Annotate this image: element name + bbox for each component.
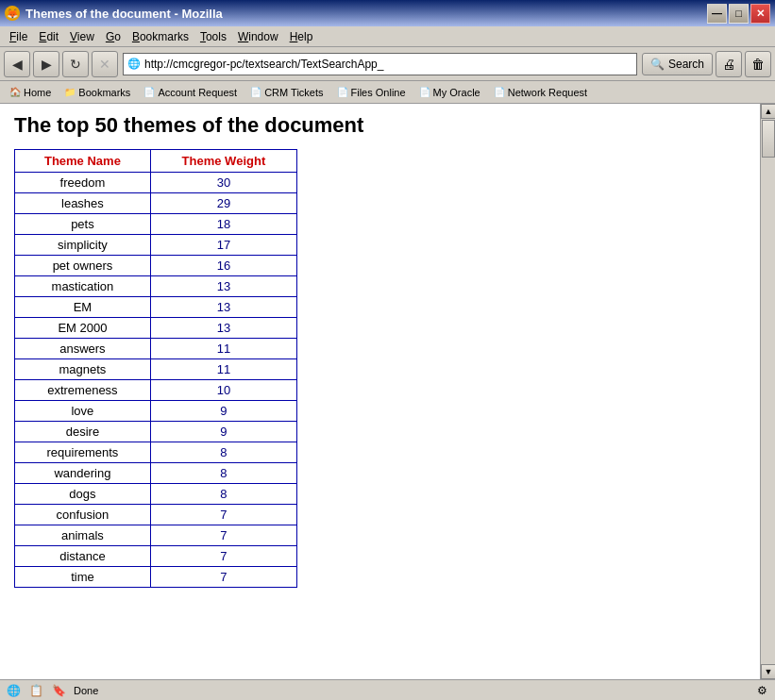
theme-name-cell: wandering xyxy=(15,463,151,484)
status-icon-3: 🔖 xyxy=(51,683,66,698)
navigation-bar: ◀ ▶ ↻ ✕ 🌐 http://cmcgregor-pc/textsearch… xyxy=(0,47,775,81)
theme-name-cell: freedom xyxy=(15,173,151,193)
status-text: Done xyxy=(74,685,747,696)
page-content: The top 50 themes of the document Theme … xyxy=(0,104,760,679)
menu-go[interactable]: Go xyxy=(100,28,126,45)
search-label: Search xyxy=(668,58,704,71)
bookmark-network-label: Network Request xyxy=(508,87,587,98)
crm-icon: 📄 xyxy=(250,87,261,97)
theme-name-cell: simplicity xyxy=(15,235,151,256)
menu-edit[interactable]: Edit xyxy=(33,28,64,45)
theme-weight-cell: 11 xyxy=(150,359,296,380)
table-row: magnets11 xyxy=(15,359,297,380)
scroll-up-button[interactable]: ▲ xyxy=(761,104,775,119)
theme-weight-cell: 9 xyxy=(150,422,296,442)
theme-name-cell: time xyxy=(15,567,151,588)
reload-button[interactable]: ↻ xyxy=(62,51,89,77)
theme-name-cell: magnets xyxy=(15,359,151,380)
forward-button[interactable]: ▶ xyxy=(33,51,59,77)
theme-weight-cell: 7 xyxy=(150,546,296,567)
bookmark-bookmarks[interactable]: 📁 Bookmarks xyxy=(59,86,136,99)
maximize-button[interactable]: □ xyxy=(729,4,749,24)
theme-name-cell: extremeness xyxy=(15,380,151,401)
theme-weight-cell: 9 xyxy=(150,401,296,422)
theme-name-cell: dogs xyxy=(15,484,151,505)
scroll-down-button[interactable]: ▼ xyxy=(761,664,775,679)
status-right: ⚙ xyxy=(754,683,769,698)
account-icon: 📄 xyxy=(143,87,155,97)
scroll-thumb[interactable] xyxy=(762,120,775,158)
theme-name-cell: pet owners xyxy=(15,256,151,276)
scroll-track[interactable] xyxy=(761,119,775,664)
theme-name-cell: distance xyxy=(15,546,151,567)
theme-weight-cell: 8 xyxy=(150,442,296,463)
window-title: Themes of the document - Mozilla xyxy=(25,7,223,21)
network-icon: 📄 xyxy=(494,87,505,97)
search-icon: 🔍 xyxy=(650,58,665,71)
theme-weight-cell: 11 xyxy=(150,339,296,359)
bookmarks-bar: 🏠 Home 📁 Bookmarks 📄 Account Request 📄 C… xyxy=(0,81,775,104)
table-row: requirements8 xyxy=(15,442,297,463)
bookmark-home-label: Home xyxy=(24,87,51,98)
table-row: leashes29 xyxy=(15,193,297,214)
close-button[interactable]: ✕ xyxy=(750,4,770,24)
bookmark-bookmarks-label: Bookmarks xyxy=(78,87,130,98)
back-button[interactable]: ◀ xyxy=(4,51,30,77)
page-title: The top 50 themes of the document xyxy=(14,113,746,138)
theme-name-cell: love xyxy=(15,401,151,422)
content-wrapper: The top 50 themes of the document Theme … xyxy=(0,104,775,679)
page-icon: 🌐 xyxy=(127,58,141,70)
history-button[interactable]: 🗑 xyxy=(745,51,771,77)
menu-view[interactable]: View xyxy=(64,28,100,45)
table-row: EM13 xyxy=(15,297,297,318)
theme-weight-cell: 8 xyxy=(150,484,296,505)
theme-weight-cell: 13 xyxy=(150,297,296,318)
status-icon-2: 📋 xyxy=(28,683,43,698)
menu-bar: File Edit View Go Bookmarks Tools Window… xyxy=(0,26,775,47)
theme-name-cell: answers xyxy=(15,339,151,359)
theme-name-cell: confusion xyxy=(15,505,151,525)
theme-weight-cell: 7 xyxy=(150,567,296,588)
app-icon: 🦊 xyxy=(5,6,20,21)
bookmark-crm-tickets[interactable]: 📄 CRM Tickets xyxy=(244,86,329,99)
theme-weight-cell: 13 xyxy=(150,318,296,339)
files-icon: 📄 xyxy=(337,87,348,97)
table-row: freedom30 xyxy=(15,173,297,193)
search-button[interactable]: 🔍 Search xyxy=(642,53,713,75)
bookmark-files-online[interactable]: 📄 Files Online xyxy=(331,86,412,99)
status-right-icon: ⚙ xyxy=(754,683,769,698)
minimize-button[interactable]: — xyxy=(707,4,727,24)
table-row: confusion7 xyxy=(15,505,297,525)
table-row: mastication13 xyxy=(15,276,297,297)
bookmark-network-request[interactable]: 📄 Network Request xyxy=(488,86,593,99)
theme-name-cell: requirements xyxy=(15,442,151,463)
stop-button[interactable]: ✕ xyxy=(92,51,118,77)
theme-weight-cell: 13 xyxy=(150,276,296,297)
bookmark-my-oracle[interactable]: 📄 My Oracle xyxy=(413,86,486,99)
table-row: extremeness10 xyxy=(15,380,297,401)
menu-tools[interactable]: Tools xyxy=(194,28,232,45)
menu-help[interactable]: Help xyxy=(284,28,319,45)
theme-name-cell: mastication xyxy=(15,276,151,297)
theme-name-cell: leashes xyxy=(15,193,151,214)
menu-window[interactable]: Window xyxy=(232,28,284,45)
bookmark-home[interactable]: 🏠 Home xyxy=(4,86,57,99)
theme-weight-cell: 18 xyxy=(150,214,296,235)
address-bar[interactable]: 🌐 http://cmcgregor-pc/textsearch/TextSea… xyxy=(123,53,637,75)
bookmark-account-request[interactable]: 📄 Account Request xyxy=(138,86,243,99)
theme-name-cell: EM xyxy=(15,297,151,318)
table-row: pet owners16 xyxy=(15,256,297,276)
table-row: time7 xyxy=(15,567,297,588)
table-row: desire9 xyxy=(15,422,297,442)
bookmarks-icon: 📁 xyxy=(64,87,76,97)
table-row: pets18 xyxy=(15,214,297,235)
address-text: http://cmcgregor-pc/textsearch/TextSearc… xyxy=(144,58,632,71)
theme-weight-cell: 29 xyxy=(150,193,296,214)
menu-file[interactable]: File xyxy=(4,28,33,45)
theme-weight-cell: 8 xyxy=(150,463,296,484)
print-button[interactable]: 🖨 xyxy=(716,51,742,77)
col-header-theme-name: Theme Name xyxy=(15,150,151,173)
bookmark-account-label: Account Request xyxy=(158,87,237,98)
scrollbar[interactable]: ▲ ▼ xyxy=(760,104,775,679)
menu-bookmarks[interactable]: Bookmarks xyxy=(126,28,194,45)
